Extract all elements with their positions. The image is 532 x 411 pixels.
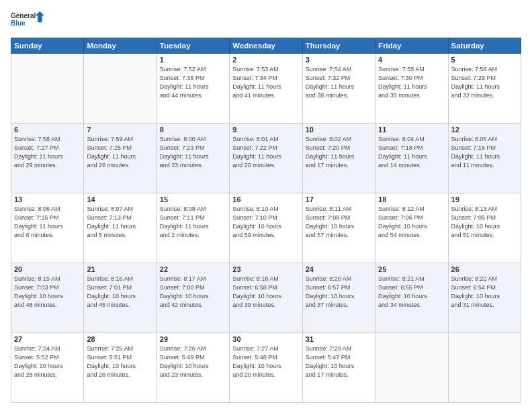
- day-number: 19: [451, 195, 518, 203]
- day-info: Sunrise: 7:56 AM Sunset: 7:29 PM Dayligh…: [451, 65, 518, 100]
- day-number: 6: [14, 126, 81, 134]
- calendar-cell: 6Sunrise: 7:58 AM Sunset: 7:27 PM Daylig…: [11, 124, 84, 193]
- calendar-cell: 1Sunrise: 7:52 AM Sunset: 7:36 PM Daylig…: [157, 54, 229, 124]
- day-number: 27: [14, 335, 81, 343]
- day-number: 5: [451, 56, 518, 64]
- calendar-cell: 16Sunrise: 8:10 AM Sunset: 7:10 PM Dayli…: [230, 193, 302, 263]
- day-number: 14: [87, 195, 153, 203]
- calendar-cell: 20Sunrise: 8:15 AM Sunset: 7:03 PM Dayli…: [11, 263, 84, 333]
- calendar-cell: 28Sunrise: 7:25 AM Sunset: 5:51 PM Dayli…: [84, 333, 157, 403]
- col-header-friday: Friday: [375, 38, 448, 54]
- day-number: 9: [232, 126, 299, 134]
- calendar-cell: 10Sunrise: 8:02 AM Sunset: 7:20 PM Dayli…: [302, 124, 375, 193]
- svg-text:General: General: [11, 12, 36, 19]
- logo-svg: General Blue: [11, 8, 44, 32]
- calendar-cell: 12Sunrise: 8:05 AM Sunset: 7:16 PM Dayli…: [448, 124, 521, 193]
- calendar-cell: 21Sunrise: 8:16 AM Sunset: 7:01 PM Dayli…: [84, 263, 157, 333]
- day-number: 13: [14, 195, 81, 203]
- col-header-wednesday: Wednesday: [230, 38, 302, 54]
- day-number: 12: [451, 126, 518, 134]
- svg-marker-2: [36, 11, 44, 23]
- day-number: 11: [378, 126, 445, 134]
- calendar-cell: 3Sunrise: 7:54 AM Sunset: 7:32 PM Daylig…: [302, 54, 375, 124]
- calendar-cell: 18Sunrise: 8:12 AM Sunset: 7:06 PM Dayli…: [375, 193, 448, 263]
- calendar-table: SundayMondayTuesdayWednesdayThursdayFrid…: [11, 38, 521, 403]
- day-number: 26: [451, 265, 518, 273]
- page: General Blue SundayMondayTuesdayWednesda…: [0, 0, 532, 411]
- calendar-cell: 15Sunrise: 8:08 AM Sunset: 7:11 PM Dayli…: [157, 193, 229, 263]
- day-info: Sunrise: 8:06 AM Sunset: 7:15 PM Dayligh…: [14, 205, 81, 240]
- day-number: 24: [306, 265, 372, 273]
- day-info: Sunrise: 8:20 AM Sunset: 6:57 PM Dayligh…: [306, 275, 372, 310]
- col-header-thursday: Thursday: [302, 38, 375, 54]
- day-number: 22: [160, 265, 226, 273]
- day-info: Sunrise: 7:54 AM Sunset: 7:32 PM Dayligh…: [306, 65, 372, 100]
- day-info: Sunrise: 7:29 AM Sunset: 5:47 PM Dayligh…: [306, 345, 372, 379]
- calendar-cell: 5Sunrise: 7:56 AM Sunset: 7:29 PM Daylig…: [448, 54, 521, 124]
- day-info: Sunrise: 8:22 AM Sunset: 6:54 PM Dayligh…: [451, 275, 518, 310]
- day-number: 30: [232, 335, 299, 343]
- calendar-cell: 14Sunrise: 8:07 AM Sunset: 7:13 PM Dayli…: [84, 193, 157, 263]
- day-info: Sunrise: 7:24 AM Sunset: 5:52 PM Dayligh…: [14, 345, 81, 379]
- week-row-2: 6Sunrise: 7:58 AM Sunset: 7:27 PM Daylig…: [11, 124, 521, 193]
- day-number: 1: [160, 56, 226, 64]
- day-number: 16: [232, 195, 299, 203]
- day-info: Sunrise: 7:53 AM Sunset: 7:34 PM Dayligh…: [232, 65, 299, 100]
- day-number: 23: [232, 265, 299, 273]
- day-info: Sunrise: 8:05 AM Sunset: 7:16 PM Dayligh…: [451, 135, 518, 170]
- calendar-cell: 4Sunrise: 7:55 AM Sunset: 7:30 PM Daylig…: [375, 54, 448, 124]
- col-header-tuesday: Tuesday: [157, 38, 229, 54]
- calendar-cell: 9Sunrise: 8:01 AM Sunset: 7:22 PM Daylig…: [230, 124, 302, 193]
- day-number: 31: [306, 335, 372, 343]
- calendar-cell: 8Sunrise: 8:00 AM Sunset: 7:23 PM Daylig…: [157, 124, 229, 193]
- day-number: 10: [306, 126, 372, 134]
- day-number: 8: [160, 126, 226, 134]
- header: General Blue: [11, 8, 521, 32]
- day-info: Sunrise: 7:27 AM Sunset: 5:48 PM Dayligh…: [232, 345, 299, 379]
- day-info: Sunrise: 8:15 AM Sunset: 7:03 PM Dayligh…: [14, 275, 81, 310]
- day-info: Sunrise: 7:26 AM Sunset: 5:49 PM Dayligh…: [160, 345, 226, 379]
- calendar-cell: 17Sunrise: 8:11 AM Sunset: 7:08 PM Dayli…: [302, 193, 375, 263]
- day-info: Sunrise: 8:01 AM Sunset: 7:22 PM Dayligh…: [232, 135, 299, 170]
- day-info: Sunrise: 8:07 AM Sunset: 7:13 PM Dayligh…: [87, 205, 153, 240]
- calendar-cell: [375, 333, 448, 403]
- day-number: 15: [160, 195, 226, 203]
- day-info: Sunrise: 8:12 AM Sunset: 7:06 PM Dayligh…: [378, 205, 445, 240]
- day-info: Sunrise: 8:16 AM Sunset: 7:01 PM Dayligh…: [87, 275, 153, 310]
- col-header-sunday: Sunday: [11, 38, 84, 54]
- calendar-cell: 29Sunrise: 7:26 AM Sunset: 5:49 PM Dayli…: [157, 333, 229, 403]
- day-number: 2: [232, 56, 299, 64]
- day-number: 25: [378, 265, 445, 273]
- day-info: Sunrise: 8:02 AM Sunset: 7:20 PM Dayligh…: [306, 135, 372, 170]
- week-row-1: 1Sunrise: 7:52 AM Sunset: 7:36 PM Daylig…: [11, 54, 521, 124]
- calendar-cell: 31Sunrise: 7:29 AM Sunset: 5:47 PM Dayli…: [302, 333, 375, 403]
- day-info: Sunrise: 8:13 AM Sunset: 7:05 PM Dayligh…: [451, 205, 518, 240]
- calendar-cell: 27Sunrise: 7:24 AM Sunset: 5:52 PM Dayli…: [11, 333, 84, 403]
- day-number: 29: [160, 335, 226, 343]
- day-info: Sunrise: 8:04 AM Sunset: 7:18 PM Dayligh…: [378, 135, 445, 170]
- calendar-cell: 11Sunrise: 8:04 AM Sunset: 7:18 PM Dayli…: [375, 124, 448, 193]
- svg-text:Blue: Blue: [11, 19, 26, 27]
- day-info: Sunrise: 8:08 AM Sunset: 7:11 PM Dayligh…: [160, 205, 226, 240]
- day-info: Sunrise: 7:52 AM Sunset: 7:36 PM Dayligh…: [160, 65, 226, 100]
- day-number: 28: [87, 335, 153, 343]
- day-number: 20: [14, 265, 81, 273]
- day-number: 18: [378, 195, 445, 203]
- day-info: Sunrise: 8:17 AM Sunset: 7:00 PM Dayligh…: [160, 275, 226, 310]
- col-header-saturday: Saturday: [448, 38, 521, 54]
- calendar-cell: [448, 333, 521, 403]
- day-info: Sunrise: 7:55 AM Sunset: 7:30 PM Dayligh…: [378, 65, 445, 100]
- logo: General Blue: [11, 8, 44, 32]
- calendar-cell: 7Sunrise: 7:59 AM Sunset: 7:25 PM Daylig…: [84, 124, 157, 193]
- day-number: 17: [306, 195, 372, 203]
- day-info: Sunrise: 7:58 AM Sunset: 7:27 PM Dayligh…: [14, 135, 81, 170]
- calendar-cell: 22Sunrise: 8:17 AM Sunset: 7:00 PM Dayli…: [157, 263, 229, 333]
- calendar-cell: 19Sunrise: 8:13 AM Sunset: 7:05 PM Dayli…: [448, 193, 521, 263]
- calendar-cell: [11, 54, 84, 124]
- week-row-3: 13Sunrise: 8:06 AM Sunset: 7:15 PM Dayli…: [11, 193, 521, 263]
- day-info: Sunrise: 8:21 AM Sunset: 6:55 PM Dayligh…: [378, 275, 445, 310]
- week-row-4: 20Sunrise: 8:15 AM Sunset: 7:03 PM Dayli…: [11, 263, 521, 333]
- day-info: Sunrise: 8:10 AM Sunset: 7:10 PM Dayligh…: [232, 205, 299, 240]
- day-number: 4: [378, 56, 445, 64]
- day-info: Sunrise: 8:11 AM Sunset: 7:08 PM Dayligh…: [306, 205, 372, 240]
